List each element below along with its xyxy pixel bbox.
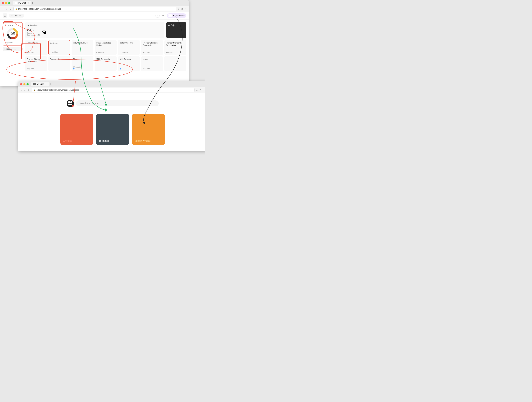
search-placeholder: Search Landscape bbox=[79, 102, 99, 105]
home-icon-button[interactable]: ⌂ bbox=[3, 13, 7, 18]
reload-button-2[interactable]: ↻ bbox=[27, 88, 30, 92]
svg-rect-3 bbox=[16, 3, 17, 4]
weather-desc: Snow bbox=[27, 32, 40, 34]
fullscreen-button[interactable] bbox=[8, 2, 10, 4]
sidebar: ✳ Home bbox=[3, 22, 23, 71]
donut-date: Aug 10 bbox=[10, 34, 15, 35]
group-card-provider3[interactable]: Provider Standards Organization 4 update… bbox=[25, 56, 47, 71]
browser-window-2: My Urbit ✕ + ‹ › ↻ 🔒 https://fabled-fast… bbox=[18, 81, 205, 151]
weather-widget: ☁ Weather 34°C Snow Sun sets in 1.5h 🌤 bbox=[25, 22, 164, 38]
profile-icon-2[interactable]: ⊙ bbox=[199, 89, 201, 91]
group-name: the forge bbox=[50, 42, 68, 44]
sidebar-home-item[interactable]: ✳ Home bbox=[3, 22, 23, 45]
forward-button-1[interactable]: › bbox=[6, 7, 8, 11]
groups-app-label: Groups bbox=[63, 139, 72, 142]
dojo-widget[interactable]: ▶ Dojo bbox=[166, 22, 186, 38]
group-name: Bunker Aesthetics Redux bbox=[96, 42, 115, 46]
group-card-urbit-odyssey[interactable]: Urbit Odyssey bbox=[118, 56, 140, 71]
group-updates: 4 updates bbox=[27, 68, 45, 69]
groups-app-card[interactable]: Groups bbox=[60, 114, 93, 145]
group-updates: 4 updates bbox=[143, 51, 161, 53]
active-tab-2[interactable]: My Urbit ✕ bbox=[31, 82, 49, 86]
menu-icon-2[interactable]: ⋮ bbox=[203, 89, 205, 91]
leap-button[interactable]: ↪ Leap ⌘L bbox=[9, 14, 24, 18]
odyssey-dot-indicator bbox=[120, 68, 121, 69]
dojo-title: ▶ Dojo bbox=[168, 24, 184, 26]
avatar-dot bbox=[170, 14, 172, 16]
tab-bar-2: My Urbit ✕ + bbox=[31, 82, 205, 86]
terminal-app-card[interactable]: Terminal bbox=[96, 114, 129, 145]
bookmark-icon-1[interactable]: ☆ bbox=[178, 8, 180, 10]
user-menu-button[interactable]: ~fallyn-balfus bbox=[167, 13, 186, 18]
weather-sunset: Sun sets in 1.5h bbox=[27, 34, 40, 36]
toolbar-1: ‹ › ↻ 🔒 https://fabled-faster.tlon.netwo… bbox=[0, 6, 189, 12]
terminal-app-label: Terminal bbox=[99, 139, 109, 142]
group-card-tlon[interactable]: Tlon 33 updates bbox=[72, 56, 93, 71]
weather-title-label: Weather bbox=[30, 24, 38, 26]
lock-icon-2: 🔒 bbox=[33, 89, 35, 91]
group-card-forge[interactable]: the forge 4 updates bbox=[48, 40, 70, 55]
group-updates: 4 updates bbox=[27, 51, 45, 53]
group-name: Urbit Community bbox=[96, 58, 115, 60]
urbit-main-content: ✳ Home bbox=[0, 19, 189, 86]
group-card-urbit-community[interactable]: Urbit Community bbox=[95, 56, 117, 71]
tab-close-1[interactable]: ✕ bbox=[27, 2, 29, 4]
address-bar-1[interactable]: 🔒 https://fabled-faster.tlon.network/app… bbox=[13, 7, 176, 11]
group-card-remote[interactable]: Remote Life bbox=[48, 56, 70, 71]
fullscreen-button-2[interactable] bbox=[26, 83, 29, 85]
svg-rect-11 bbox=[34, 84, 34, 85]
avatar-dot bbox=[168, 16, 170, 18]
close-button[interactable] bbox=[2, 2, 4, 4]
bookmark-icon-2[interactable]: ☆ bbox=[196, 89, 198, 91]
group-card-provider1[interactable]: Provider Standards Organization 4 update… bbox=[141, 40, 163, 55]
landscape-search-input[interactable]: Search Landscape bbox=[76, 100, 159, 106]
minimize-button-2[interactable] bbox=[23, 83, 25, 85]
add-group-button[interactable]: + Add a group bbox=[3, 47, 23, 51]
svg-rect-1 bbox=[16, 2, 17, 3]
weather-widget-title: ☁ Weather bbox=[27, 24, 162, 26]
group-card-provider2[interactable]: Provider Standards Organization 4 update… bbox=[164, 40, 186, 55]
group-name: Tlon bbox=[73, 58, 92, 60]
minimize-button[interactable] bbox=[5, 2, 7, 4]
bitcoin-wallet-app-label: Bitcoin Wallet bbox=[134, 139, 150, 142]
new-tab-button-1[interactable]: + bbox=[32, 1, 33, 5]
group-name: Urbit Odyssey bbox=[120, 58, 138, 60]
profile-icon-1[interactable]: ⊙ bbox=[181, 8, 183, 10]
group-card-bunker[interactable]: Bunker Aesthetics Redux 4 updates bbox=[95, 40, 117, 55]
reload-button-1[interactable]: ↻ bbox=[9, 7, 12, 11]
traffic-lights-2 bbox=[20, 83, 29, 85]
url-text-1: https://fabled-faster.tlon.network/apps/… bbox=[18, 8, 61, 10]
avatar-dot bbox=[170, 16, 172, 18]
titlebar-1: My Urbit ✕ + bbox=[0, 0, 189, 6]
weather-content: 34°C Snow Sun sets in 1.5h 🌤 bbox=[27, 28, 162, 36]
avatar-dot bbox=[168, 14, 170, 16]
group-card-dalten[interactable]: Dalten Collective 12 updates bbox=[118, 40, 140, 55]
logo-dot bbox=[68, 101, 70, 103]
forward-button-2[interactable]: › bbox=[24, 88, 26, 92]
group-updates: 4 updates bbox=[143, 68, 161, 69]
close-button-2[interactable] bbox=[20, 83, 22, 85]
menu-icon-1[interactable]: ⋮ bbox=[184, 8, 187, 10]
urbit-nav-left: ⌂ ↪ Leap ⌘L bbox=[3, 13, 24, 18]
group-card-arcana[interactable]: ARCANA IMPERII bbox=[72, 40, 93, 55]
notifications-button[interactable]: ✉ bbox=[161, 14, 165, 18]
bitcoin-wallet-app-card[interactable]: Bitcoin Wallet bbox=[132, 114, 165, 145]
back-button-1[interactable]: ‹ bbox=[2, 7, 4, 11]
back-button-2[interactable]: ‹ bbox=[20, 88, 22, 92]
group-name: Provider Standards Organization bbox=[143, 42, 161, 46]
help-button[interactable]: ? bbox=[156, 14, 159, 18]
group-card-paldev[interactable]: ~paldev/group 4 updates bbox=[25, 40, 47, 55]
active-tab-1[interactable]: My Urbit ✕ bbox=[13, 1, 31, 5]
group-card-empty bbox=[164, 56, 186, 71]
urbit-header: ⌂ ↪ Leap ⌘L ? ✉ bbox=[0, 12, 189, 19]
group-name: ARCANA IMPERII bbox=[73, 42, 92, 44]
asterisk-icon: ✳ bbox=[5, 24, 6, 27]
address-bar-2[interactable]: 🔒 https://fabled-faster.tlon.network/app… bbox=[32, 88, 195, 92]
toolbar-right-2: ☆ ⊙ ⋮ bbox=[196, 89, 205, 91]
group-card-ursus[interactable]: Ursus 4 updates bbox=[141, 56, 163, 71]
new-tab-button-2[interactable]: + bbox=[50, 82, 52, 86]
tab-title-2: My Urbit bbox=[37, 83, 44, 85]
tab-close-2[interactable]: ✕ bbox=[46, 83, 47, 85]
groups-row-2: Provider Standards Organization 4 update… bbox=[25, 56, 186, 71]
tab-bar-1: My Urbit ✕ + bbox=[13, 1, 187, 5]
